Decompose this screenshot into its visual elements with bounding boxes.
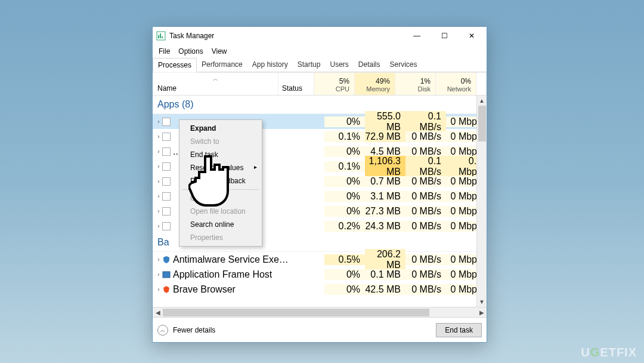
col-network[interactable]: 0%Network	[436, 73, 476, 95]
fewer-details-label[interactable]: Fewer details	[173, 326, 215, 334]
hscroll-track[interactable]	[163, 307, 476, 318]
metric-cell: 0.7 MB	[365, 176, 405, 187]
process-row[interactable]: › Application Frame Host 0%0.1 MB0 MB/s0…	[153, 267, 487, 282]
metric-cell: 0%	[324, 191, 365, 202]
metric-cell: 0%	[324, 269, 365, 280]
tab-performance[interactable]: Performance	[197, 58, 247, 72]
scroll-up-icon[interactable]: ▲	[477, 96, 487, 106]
col-memory[interactable]: 49%Memory	[355, 73, 395, 95]
expand-chevron-icon[interactable]: ›	[153, 271, 161, 278]
metric-cell: 72.9 MB	[365, 131, 405, 142]
scroll-left-icon[interactable]: ◀	[153, 307, 163, 318]
expand-chevron-icon[interactable]: ›	[153, 118, 161, 125]
minimize-button[interactable]: —	[403, 27, 431, 44]
metric-cell: 0.1%	[324, 161, 365, 172]
process-row[interactable]: › Antimalware Service Executable 0.5%206…	[153, 252, 487, 267]
metric-cell: 0 MB/s	[405, 176, 446, 187]
metric-cell: 0%	[324, 176, 365, 187]
menu-file[interactable]: File	[155, 46, 174, 57]
app-icon	[161, 256, 172, 264]
expand-chevron-icon[interactable]: ›	[153, 193, 161, 199]
expand-chevron-icon[interactable]: ›	[153, 178, 161, 184]
window-title: Task Manager	[169, 32, 403, 40]
end-task-button[interactable]: End task	[436, 323, 482, 337]
scroll-right-icon[interactable]: ▶	[476, 307, 487, 318]
expand-chevron-icon[interactable]: ›	[153, 133, 161, 140]
app-icon	[161, 177, 172, 186]
horizontal-scrollbar[interactable]: ◀ ▶	[153, 307, 487, 317]
menu-options[interactable]: Options	[175, 46, 206, 57]
metric-cell: 0%	[324, 146, 365, 157]
metric-cell: 42.5 MB	[365, 284, 405, 295]
hscroll-thumb[interactable]	[163, 309, 429, 316]
titlebar[interactable]: Task Manager — ☐ ✕	[153, 27, 487, 45]
metric-cell: 0 MB/s	[405, 284, 446, 295]
app-icon	[161, 118, 172, 126]
metric-cell: 27.3 MB	[365, 206, 405, 217]
svg-rect-4	[163, 272, 170, 278]
tab-details[interactable]: Details	[354, 58, 385, 72]
metric-cell: 0 MB/s	[405, 191, 446, 202]
expand-chevron-icon[interactable]: ›	[153, 148, 161, 155]
expand-chevron-icon[interactable]: ›	[153, 163, 161, 170]
expand-chevron-icon[interactable]: ›	[153, 208, 161, 214]
metric-cell: 0%	[324, 116, 365, 127]
tab-processes[interactable]: Processes	[153, 58, 197, 72]
expand-chevron-icon[interactable]: ›	[153, 256, 161, 263]
col-name-label: Name	[157, 84, 273, 93]
scroll-down-icon[interactable]: ▼	[477, 297, 487, 307]
metric-cell: 0 MB/s	[405, 269, 446, 280]
metric-cell: 0.5%	[324, 254, 365, 265]
app-icon	[161, 285, 172, 294]
hand-cursor-icon	[188, 154, 230, 213]
maximize-button[interactable]: ☐	[431, 27, 458, 44]
app-icon	[161, 222, 172, 230]
tab-startup[interactable]: Startup	[293, 58, 326, 72]
col-cpu[interactable]: 5%CPU	[314, 73, 355, 95]
metric-cell: 0%	[324, 284, 365, 295]
scroll-thumb[interactable]	[478, 106, 486, 141]
process-name: Antimalware Service Executable	[172, 254, 289, 265]
metric-cell: 3.1 MB	[365, 191, 405, 202]
tab-app-history[interactable]: App history	[247, 58, 293, 72]
menu-item-switch-to: Switch to	[181, 135, 261, 148]
scroll-track[interactable]	[477, 106, 487, 297]
svg-rect-3	[162, 36, 163, 38]
app-icon	[161, 162, 172, 171]
tab-users[interactable]: Users	[325, 58, 353, 72]
expand-chevron-icon[interactable]: ›	[153, 286, 161, 293]
app-icon	[161, 270, 172, 279]
col-name[interactable]: ︿ Name	[153, 73, 278, 95]
expand-chevron-icon[interactable]: ›	[153, 223, 161, 229]
close-button[interactable]: ✕	[458, 27, 485, 44]
metric-cell: 0%	[324, 206, 365, 217]
tab-services[interactable]: Services	[385, 58, 422, 72]
app-icon	[161, 147, 172, 156]
fewer-details-icon[interactable]: ︿	[157, 325, 168, 336]
vertical-scrollbar[interactable]: ▲ ▼	[476, 96, 487, 307]
metric-cell: 24.3 MB	[365, 221, 405, 232]
metric-cell: 0 MB/s	[405, 206, 446, 217]
process-row[interactable]: › Brave Browser 0%42.5 MB0 MB/s0 Mbps	[153, 282, 487, 297]
metric-cell: 0.1 MB	[365, 269, 405, 280]
process-name: Application Frame Host	[172, 269, 289, 280]
process-name: Brave Browser	[172, 284, 289, 295]
app-icon	[161, 133, 172, 141]
app-icon	[161, 207, 172, 216]
sort-indicator: ︿	[157, 75, 273, 83]
metric-cell: 0 MB/s	[405, 221, 446, 232]
metric-cell: 0 MB/s	[405, 254, 446, 265]
metric-cell: 0.2%	[324, 221, 365, 232]
svg-rect-1	[158, 35, 159, 38]
metric-cell: 0.1%	[324, 131, 365, 142]
footer: ︿ Fewer details End task	[153, 317, 487, 342]
menu-item-search-online[interactable]: Search online	[181, 218, 261, 231]
col-disk[interactable]: 1%Disk	[395, 73, 436, 95]
menu-view[interactable]: View	[208, 46, 231, 57]
menu-item-properties: Properties	[181, 231, 261, 244]
task-manager-icon	[156, 31, 166, 41]
watermark: UGETFIX	[581, 346, 637, 359]
menu-item-expand[interactable]: Expand	[181, 122, 261, 135]
col-status[interactable]: Status	[278, 73, 314, 95]
metric-cell: 0 MB/s	[405, 131, 446, 142]
